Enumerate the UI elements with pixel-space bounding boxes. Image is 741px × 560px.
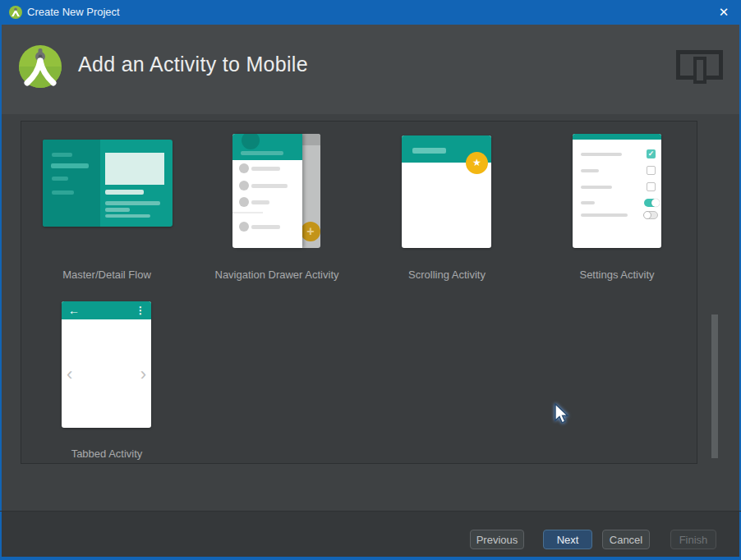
tabbed-appbar: ← ⋮ <box>62 301 151 319</box>
settings-toggle-on-icon <box>644 199 658 207</box>
chevron-left-icon: ‹ <box>67 364 72 385</box>
mobile-form-factor-icon <box>676 48 725 90</box>
mouse-cursor <box>554 403 573 426</box>
android-studio-icon <box>9 6 22 19</box>
md-list-line <box>52 177 68 181</box>
wizard-footer: Previous Next Cancel Finish <box>2 512 739 557</box>
nav-drawer-panel <box>232 134 302 248</box>
android-studio-logo <box>18 43 62 89</box>
settings-label-line <box>581 213 628 217</box>
nav-background-appbar <box>302 134 320 145</box>
template-master-detail-flow[interactable] <box>43 140 173 227</box>
settings-label-line <box>581 201 595 204</box>
md-detail-text-line <box>105 201 160 205</box>
settings-appbar <box>573 134 661 140</box>
md-detail-title-line <box>105 190 144 195</box>
nav-drawer-header <box>232 134 302 160</box>
template-label-master-detail: Master/Detail Flow <box>25 269 189 282</box>
scrollbar-thumb[interactable] <box>711 314 718 458</box>
toggle-knob <box>643 211 651 219</box>
template-label-scrolling: Scrolling Activity <box>365 269 529 282</box>
settings-checkbox-unchecked-icon <box>647 182 656 191</box>
scrolling-fab-star-icon: ★ <box>466 152 488 174</box>
window-border-bottom <box>0 557 741 560</box>
md-detail-text-line <box>105 208 130 212</box>
finish-button[interactable]: Finish <box>670 530 716 549</box>
nav-divider <box>232 212 263 213</box>
window-title: Create New Project <box>27 0 120 25</box>
scrolling-title-line <box>412 148 446 154</box>
template-label-navigation-drawer: Navigation Drawer Activity <box>178 269 375 282</box>
settings-checkbox-unchecked-icon <box>647 166 656 175</box>
nav-item-icon <box>239 181 249 190</box>
settings-checkbox-checked-icon: ✓ <box>647 149 656 158</box>
toggle-knob <box>651 199 660 207</box>
template-label-settings: Settings Activity <box>535 269 699 282</box>
template-settings-activity[interactable]: ✓ <box>573 134 661 248</box>
nav-item-icon <box>239 197 249 207</box>
nav-header-line <box>241 151 283 155</box>
overflow-menu-icon: ⋮ <box>136 302 145 319</box>
cancel-button[interactable]: Cancel <box>602 530 650 549</box>
titlebar: Create New Project ✕ <box>0 0 741 25</box>
next-button[interactable]: Next <box>543 530 592 549</box>
nav-item-line <box>251 200 269 204</box>
template-scrolling-activity[interactable]: ★ <box>402 135 491 248</box>
template-navigation-drawer[interactable]: + <box>232 134 320 248</box>
nav-item-line <box>251 225 280 229</box>
back-arrow-icon: ← <box>68 302 80 319</box>
md-list-line-selected <box>51 163 89 168</box>
template-label-tabbed: Tabbed Activity <box>25 448 189 461</box>
md-detail-image <box>105 153 164 185</box>
nav-item-line <box>251 184 288 188</box>
settings-label-line <box>581 169 599 172</box>
wizard-header: Add an Activity to Mobile <box>2 25 739 114</box>
settings-toggle-off-icon <box>644 211 658 219</box>
create-new-project-dialog: Create New Project ✕ Add an Activity to … <box>0 0 741 560</box>
md-list-line <box>52 153 72 157</box>
chevron-right-icon: › <box>140 364 146 385</box>
md-list-line <box>52 190 74 195</box>
nav-item-line <box>251 167 280 171</box>
template-tabbed-activity[interactable]: ← ⋮ ‹ › <box>62 301 151 428</box>
previous-button[interactable]: Previous <box>470 530 524 549</box>
nav-item-icon <box>239 222 249 232</box>
close-icon[interactable]: ✕ <box>713 2 734 23</box>
settings-label-line <box>581 153 622 156</box>
nav-item-icon <box>239 163 249 173</box>
md-list-pane <box>43 140 100 227</box>
phone-icon <box>693 57 706 84</box>
md-detail-text-line <box>105 214 150 218</box>
page-title: Add an Activity to Mobile <box>78 53 308 76</box>
nav-avatar <box>242 134 260 149</box>
settings-label-line <box>581 186 612 189</box>
nav-fab-plus-icon: + <box>301 222 320 241</box>
